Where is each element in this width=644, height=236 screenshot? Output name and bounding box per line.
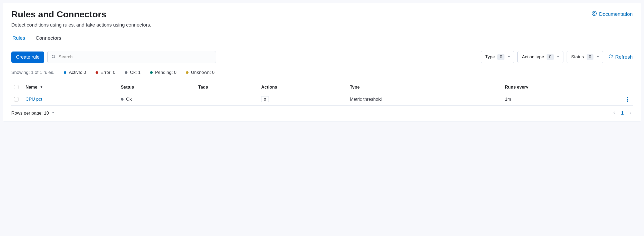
refresh-label: Refresh (615, 54, 633, 60)
status-ok: Ok: 1 (125, 70, 141, 75)
filter-status-count: 0 (587, 54, 594, 60)
filter-action-type[interactable]: Action type 0 (517, 51, 563, 63)
dot-icon (96, 71, 98, 74)
col-tags[interactable]: Tags (196, 81, 259, 93)
pagination: 1 (612, 110, 633, 116)
status-summary: Showing: 1 of 1 rules. Active: 0 Error: … (11, 70, 633, 75)
status-cell: Ok (121, 97, 193, 102)
rule-name-link[interactable]: CPU pct (26, 97, 42, 102)
col-status[interactable]: Status (118, 81, 196, 93)
dot-icon (186, 71, 189, 74)
dot-icon (150, 71, 153, 74)
row-checkbox[interactable] (14, 97, 18, 101)
rows-per-page-select[interactable]: Rows per page: 10 (11, 111, 55, 116)
filter-type[interactable]: Type 0 (481, 51, 514, 63)
documentation-label: Documentation (599, 11, 633, 17)
page-subtitle: Detect conditions using rules, and take … (11, 22, 151, 28)
prev-page-button[interactable] (612, 111, 616, 116)
sort-asc-icon (40, 85, 43, 89)
col-name-label: Name (26, 85, 37, 89)
svg-rect-5 (627, 97, 628, 98)
toolbar: Create rule Type 0 Action type 0 (11, 51, 633, 63)
search-input[interactable] (58, 54, 212, 60)
svg-point-2 (52, 55, 55, 58)
filter-type-count: 0 (497, 54, 504, 60)
refresh-button[interactable]: Refresh (608, 54, 633, 60)
tab-connectors[interactable]: Connectors (35, 33, 62, 45)
filter-status-label: Status (571, 54, 584, 60)
page-number[interactable]: 1 (621, 110, 624, 116)
refresh-icon (608, 54, 613, 60)
tab-rules[interactable]: Rules (11, 33, 26, 45)
status-unknown: Unknown: 0 (186, 70, 215, 75)
status-pending-label: Pending: 0 (155, 70, 176, 75)
table-row: CPU pct Ok 0 Metric threshold 1m (11, 93, 633, 106)
col-name[interactable]: Name (23, 81, 118, 93)
col-type[interactable]: Type (347, 81, 502, 93)
header-left: Rules and Connectors Detect conditions u… (11, 9, 151, 33)
status-active-label: Active: 0 (69, 70, 86, 75)
svg-point-0 (592, 11, 597, 16)
select-all-checkbox[interactable] (14, 85, 18, 89)
svg-line-3 (55, 57, 55, 58)
header: Rules and Connectors Detect conditions u… (11, 9, 633, 33)
filter-action-type-count: 0 (547, 54, 554, 60)
rules-table: Name Status Tags Actions Type Runs every… (11, 81, 633, 106)
create-rule-button[interactable]: Create rule (11, 52, 44, 63)
dot-icon (125, 71, 127, 74)
chevron-down-icon (596, 54, 600, 60)
chevron-left-icon (612, 111, 616, 115)
chevron-right-icon (628, 111, 633, 115)
search-field[interactable] (47, 51, 216, 63)
type-cell: Metric threshold (347, 93, 502, 106)
col-actions[interactable]: Actions (259, 81, 347, 93)
svg-point-1 (593, 13, 595, 14)
status-active: Active: 0 (64, 70, 86, 75)
svg-rect-7 (627, 100, 628, 102)
filter-type-label: Type (485, 54, 495, 60)
vertical-dots-icon (627, 97, 628, 102)
tabs: Rules Connectors (11, 33, 633, 45)
rules-connectors-panel: Rules and Connectors Detect conditions u… (3, 3, 641, 121)
chevron-down-icon (507, 54, 511, 60)
status-pending: Pending: 0 (150, 70, 176, 75)
table-footer: Rows per page: 10 1 (11, 110, 633, 116)
filter-action-type-label: Action type (522, 54, 544, 60)
help-icon (592, 11, 597, 17)
table-header-row: Name Status Tags Actions Type Runs every (11, 81, 633, 93)
chevron-down-icon (556, 54, 560, 60)
status-error-label: Error: 0 (101, 70, 116, 75)
rows-per-page-label: Rows per page: 10 (11, 111, 49, 116)
status-unknown-label: Unknown: 0 (191, 70, 215, 75)
status-ok-label: Ok: 1 (130, 70, 141, 75)
actions-count: 0 (261, 96, 269, 102)
page-title: Rules and Connectors (11, 9, 151, 19)
row-actions-menu[interactable] (625, 97, 630, 102)
dot-icon (121, 98, 123, 101)
chevron-down-icon (51, 111, 55, 116)
next-page-button[interactable] (628, 111, 633, 116)
runs-every-cell: 1m (502, 93, 622, 106)
filter-status[interactable]: Status 0 (567, 51, 603, 63)
svg-rect-6 (627, 99, 628, 100)
documentation-link[interactable]: Documentation (592, 11, 633, 17)
status-text: Ok (126, 97, 132, 102)
dot-icon (64, 71, 66, 74)
status-error: Error: 0 (96, 70, 116, 75)
tags-cell (196, 93, 259, 106)
showing-count: Showing: 1 of 1 rules. (11, 70, 54, 75)
col-runs-every[interactable]: Runs every (502, 81, 622, 93)
search-icon (51, 54, 56, 60)
